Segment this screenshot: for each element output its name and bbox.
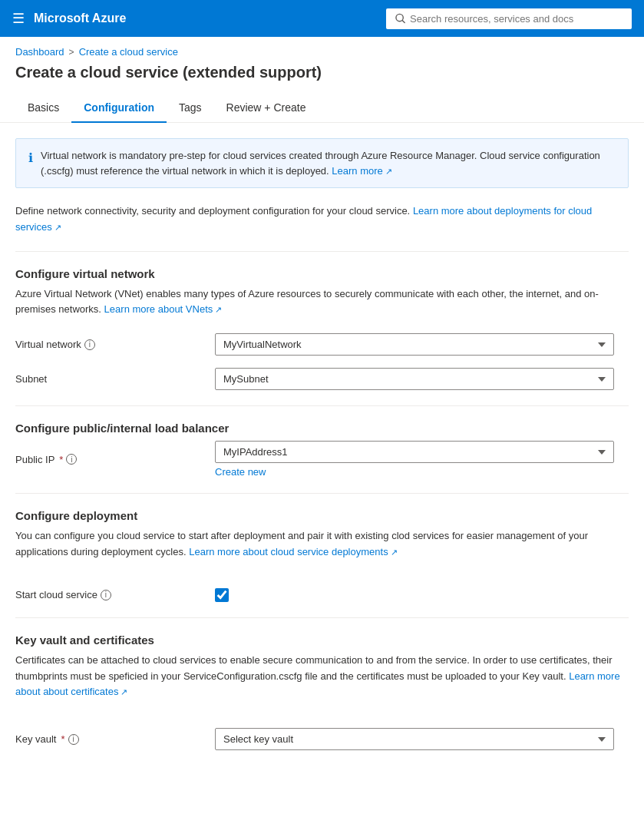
virtual-network-control: MyVirtualNetwork xyxy=(215,333,614,356)
subnet-row: Subnet MySubnet xyxy=(15,368,629,390)
subnet-label: Subnet xyxy=(15,373,215,385)
virtual-network-label: Virtual network i xyxy=(15,339,215,350)
content-area: ℹ Virtual network is mandatory pre-step … xyxy=(0,123,644,778)
key-vault-row: Key vault * i Select key vault xyxy=(15,728,629,750)
key-vault-section-heading: Key vault and certificates xyxy=(15,633,629,647)
subnet-control: MySubnet xyxy=(215,368,614,390)
tab-review-create[interactable]: Review + Create xyxy=(214,94,319,123)
start-cloud-service-label: Start cloud service i xyxy=(15,589,215,600)
key-vault-required-star: * xyxy=(61,733,64,745)
public-ip-control: MyIPAddress1 Create new xyxy=(215,441,614,478)
divider-4 xyxy=(15,617,629,618)
start-cloud-service-checkbox[interactable] xyxy=(215,588,229,602)
key-vault-select[interactable]: Select key vault xyxy=(215,728,614,750)
public-ip-select[interactable]: MyIPAddress1 xyxy=(215,441,614,463)
vnets-learn-more-link[interactable]: Learn more about VNets xyxy=(104,303,223,315)
virtual-network-row: Virtual network i MyVirtualNetwork xyxy=(15,333,629,356)
breadcrumb-home[interactable]: Dashboard xyxy=(15,46,64,58)
public-ip-row: Public IP * i MyIPAddress1 Create new xyxy=(15,441,629,478)
divider-3 xyxy=(15,493,629,494)
hamburger-icon[interactable]: ☰ xyxy=(12,10,25,27)
deployment-description: You can configure you cloud service to s… xyxy=(15,528,629,561)
page-description: Define network connectivity, security an… xyxy=(15,203,629,236)
virtual-network-info-icon[interactable]: i xyxy=(84,339,95,350)
info-icon: ℹ xyxy=(28,149,33,178)
tab-basics[interactable]: Basics xyxy=(15,94,71,123)
info-banner-text: Virtual network is mandatory pre-step fo… xyxy=(41,148,616,178)
key-vault-control: Select key vault xyxy=(215,728,614,750)
virtual-network-select[interactable]: MyVirtualNetwork xyxy=(215,333,614,356)
page-title: Create a cloud service (extended support… xyxy=(0,61,644,94)
key-vault-description: Certificates can be attached to cloud se… xyxy=(15,653,629,700)
tab-bar: Basics Configuration Tags Review + Creat… xyxy=(0,94,644,123)
breadcrumb-separator: > xyxy=(69,47,74,58)
search-box[interactable] xyxy=(386,8,632,29)
info-banner-learn-more-link[interactable]: Learn more xyxy=(332,165,392,177)
virtual-network-description: Azure Virtual Network (VNet) enables man… xyxy=(15,286,629,319)
start-cloud-service-info-icon[interactable]: i xyxy=(101,590,111,600)
deployment-learn-more-link[interactable]: Learn more about cloud service deploymen… xyxy=(189,546,398,557)
tab-configuration[interactable]: Configuration xyxy=(71,94,167,123)
key-vault-info-icon[interactable]: i xyxy=(68,734,79,745)
create-new-link[interactable]: Create new xyxy=(215,466,614,478)
start-cloud-service-row: Start cloud service i xyxy=(15,588,629,602)
public-ip-label: Public IP * i xyxy=(15,454,215,465)
subnet-select[interactable]: MySubnet xyxy=(215,368,614,390)
load-balancer-section-heading: Configure public/internal load balancer xyxy=(15,422,629,435)
virtual-network-section-heading: Configure virtual network xyxy=(15,267,629,280)
deployment-section-heading: Configure deployment xyxy=(15,509,629,522)
search-icon xyxy=(395,13,405,24)
top-navigation: ☰ Microsoft Azure xyxy=(0,0,644,37)
tab-tags[interactable]: Tags xyxy=(167,94,214,123)
key-vault-label: Key vault * i xyxy=(15,733,215,745)
breadcrumb-current[interactable]: Create a cloud service xyxy=(79,46,178,58)
info-banner: ℹ Virtual network is mandatory pre-step … xyxy=(15,138,629,188)
public-ip-info-icon[interactable]: i xyxy=(66,454,77,465)
divider-1 xyxy=(15,251,629,252)
divider-2 xyxy=(15,405,629,406)
svg-line-1 xyxy=(402,21,405,23)
required-star: * xyxy=(59,454,63,465)
app-logo: Microsoft Azure xyxy=(34,12,377,25)
search-input[interactable] xyxy=(410,13,623,25)
breadcrumb: Dashboard > Create a cloud service xyxy=(0,37,644,61)
